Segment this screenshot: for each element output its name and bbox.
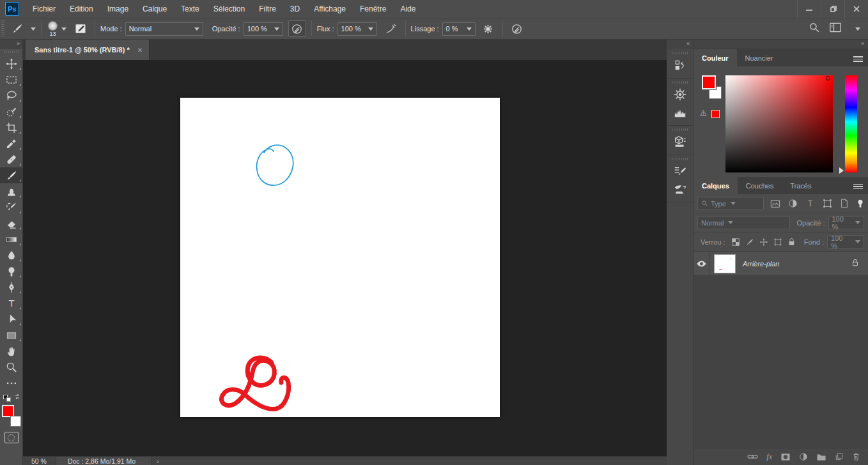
eraser-tool[interactable] bbox=[0, 215, 23, 231]
brush-tool-preset-button[interactable] bbox=[8, 20, 26, 37]
blur-tool[interactable] bbox=[0, 247, 23, 263]
menu-fenetre[interactable]: Fenêtre bbox=[353, 0, 393, 19]
opacity-select[interactable]: 100 % bbox=[244, 22, 283, 36]
smoothing-options-button[interactable] bbox=[479, 20, 497, 37]
quick-selection-tool[interactable] bbox=[0, 103, 23, 119]
dock-grip[interactable] bbox=[672, 52, 688, 54]
document-size-info[interactable]: Doc : 2,86 Mo/1,91 Mo bbox=[56, 457, 151, 465]
smoothing-select[interactable]: 0 % bbox=[442, 22, 476, 36]
layer-name[interactable]: Arrière-plan bbox=[743, 260, 851, 268]
restore-button[interactable] bbox=[821, 0, 844, 19]
history-brush-tool[interactable] bbox=[0, 199, 23, 215]
default-swap-colors-widget[interactable] bbox=[2, 392, 21, 402]
lock-pixels-button[interactable] bbox=[745, 238, 754, 247]
foreground-color-swatch[interactable] bbox=[702, 75, 716, 89]
type-tool[interactable]: T bbox=[0, 295, 23, 311]
close-button[interactable] bbox=[844, 0, 868, 19]
status-chevron-icon[interactable]: › bbox=[151, 457, 159, 465]
tab-couches[interactable]: Couches bbox=[738, 177, 782, 194]
blend-mode-select[interactable]: Normal bbox=[125, 22, 203, 36]
brush-tool[interactable] bbox=[0, 167, 23, 183]
layer-row-background[interactable]: Arrière-plan bbox=[694, 252, 868, 276]
brush-settings-panel-button[interactable] bbox=[670, 162, 690, 180]
menu-image[interactable]: Image bbox=[100, 0, 136, 19]
layer-filter-toggle[interactable] bbox=[856, 199, 864, 208]
zoom-level-field[interactable]: 50 % bbox=[23, 457, 56, 465]
hand-tool[interactable] bbox=[0, 343, 23, 359]
layers-empty-area[interactable] bbox=[694, 276, 868, 448]
toggle-brush-settings-button[interactable] bbox=[72, 20, 89, 37]
filter-type-layers-button[interactable]: T bbox=[805, 199, 815, 208]
tab-calques[interactable]: Calques bbox=[694, 177, 738, 194]
tab-traces[interactable]: Tracés bbox=[782, 177, 819, 194]
dock-grip[interactable] bbox=[672, 81, 688, 84]
filter-adjustment-layers-button[interactable] bbox=[788, 199, 798, 208]
flow-select[interactable]: 100 % bbox=[337, 22, 377, 36]
menu-texte[interactable]: Texte bbox=[174, 0, 206, 19]
new-group-button[interactable] bbox=[816, 453, 826, 461]
panels-collapse-button[interactable]: » bbox=[694, 40, 868, 49]
pasteboard[interactable] bbox=[23, 60, 667, 456]
delete-layer-button[interactable] bbox=[852, 452, 860, 461]
tab-couleur[interactable]: Couleur bbox=[694, 49, 737, 66]
layer-thumbnail[interactable] bbox=[714, 254, 736, 273]
workspace-caret-icon[interactable] bbox=[855, 27, 860, 31]
hue-slider-icon[interactable] bbox=[839, 167, 844, 174]
document-tab[interactable]: Sans titre-1 @ 50% (RVB/8) * ✕ bbox=[26, 40, 150, 60]
eyedropper-tool[interactable] bbox=[0, 135, 23, 151]
gradient-tool[interactable] bbox=[0, 231, 23, 247]
path-selection-tool[interactable] bbox=[0, 311, 23, 327]
clone-stamp-tool[interactable] bbox=[0, 183, 23, 199]
dodge-tool[interactable] bbox=[0, 263, 23, 279]
tools-collapse-button[interactable]: » bbox=[0, 40, 22, 49]
dock-expand-button[interactable]: « bbox=[667, 40, 693, 49]
crop-tool[interactable] bbox=[0, 119, 23, 135]
swap-colors-icon[interactable] bbox=[13, 393, 21, 400]
tab-nuancier[interactable]: Nuancier bbox=[737, 49, 782, 66]
pen-tool[interactable] bbox=[0, 279, 23, 295]
workspace-switcher-button[interactable] bbox=[829, 22, 842, 36]
add-layer-mask-button[interactable] bbox=[780, 453, 791, 461]
lasso-tool[interactable] bbox=[0, 88, 23, 103]
rectangle-shape-tool[interactable] bbox=[0, 327, 23, 343]
learn-panel-button[interactable] bbox=[670, 86, 690, 103]
lock-artboard-button[interactable] bbox=[773, 238, 782, 247]
filter-pixel-layers-button[interactable] bbox=[770, 199, 780, 208]
saturation-brightness-field[interactable] bbox=[725, 75, 833, 172]
histogram-panel-button[interactable] bbox=[670, 103, 690, 121]
layer-opacity-select[interactable]: 100 % bbox=[828, 216, 864, 229]
menu-3d[interactable]: 3D bbox=[283, 0, 307, 19]
menu-filtre[interactable]: Filtre bbox=[252, 0, 283, 19]
lock-all-button[interactable] bbox=[787, 238, 796, 247]
brush-picker-caret-icon[interactable] bbox=[61, 27, 66, 31]
airbrush-button[interactable] bbox=[382, 20, 400, 37]
layers-panel-menu-icon[interactable] bbox=[853, 184, 863, 190]
layer-filter-type-select[interactable]: Type bbox=[697, 197, 764, 210]
gamut-warning-icon[interactable]: ⚠ bbox=[700, 109, 707, 118]
search-button[interactable] bbox=[809, 22, 820, 36]
move-tool[interactable] bbox=[0, 56, 23, 72]
filter-smart-objects-button[interactable] bbox=[840, 199, 849, 208]
gamut-warning-swatch[interactable] bbox=[711, 110, 720, 118]
dock-grip[interactable] bbox=[672, 128, 688, 131]
minimize-button[interactable] bbox=[797, 0, 821, 19]
layer-style-button[interactable]: fx bbox=[766, 452, 772, 462]
menu-calque[interactable]: Calque bbox=[136, 0, 174, 19]
menu-aide[interactable]: Aide bbox=[393, 0, 422, 19]
brush-preset-picker[interactable]: 13 bbox=[48, 21, 58, 37]
dock-grip[interactable] bbox=[672, 158, 688, 160]
layer-fill-select[interactable]: 100 % bbox=[827, 235, 864, 248]
pressure-size-button[interactable] bbox=[508, 20, 526, 37]
lock-position-button[interactable] bbox=[759, 238, 768, 247]
filter-shape-layers-button[interactable] bbox=[823, 199, 832, 208]
history-panel-button[interactable] bbox=[670, 56, 690, 74]
quick-mask-button[interactable] bbox=[4, 432, 19, 443]
color-panel-menu-icon[interactable] bbox=[853, 56, 863, 62]
app-logo[interactable]: Ps bbox=[5, 2, 19, 16]
background-color-swatch[interactable] bbox=[10, 416, 21, 427]
menu-affichage[interactable]: Affichage bbox=[307, 0, 353, 19]
lock-transparency-button[interactable] bbox=[731, 238, 740, 247]
menu-selection[interactable]: Sélection bbox=[206, 0, 252, 19]
edit-toolbar-button[interactable] bbox=[0, 375, 23, 391]
layer-blend-mode-select[interactable]: Normal bbox=[697, 216, 790, 229]
